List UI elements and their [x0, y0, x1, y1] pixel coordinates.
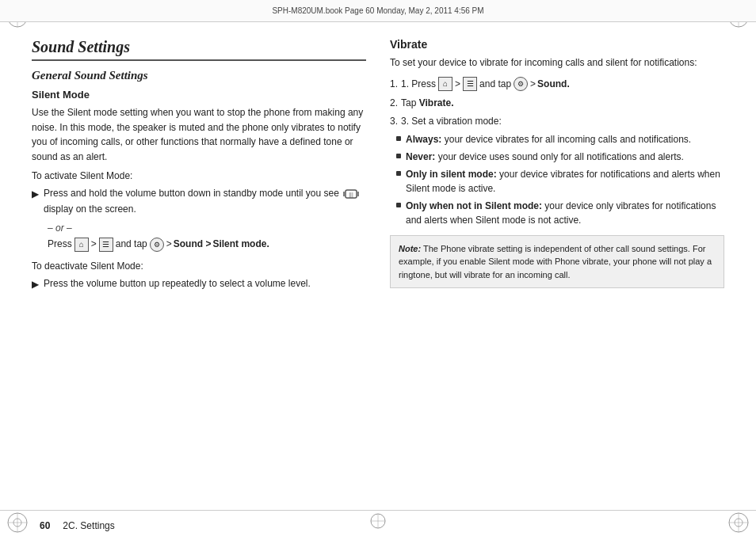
bullet-1-suffix: display on the screen.: [44, 203, 136, 215]
sub-not-silent-text: Only when not in Silent mode: your devic…: [406, 199, 724, 227]
header-text: SPH-M820UM.book Page 60 Monday, May 2, 2…: [272, 6, 483, 15]
deactivate-label: To deactivate Silent Mode:: [32, 260, 366, 272]
footer-section: 2C. Settings: [63, 520, 114, 531]
step1-menu-icon: ☰: [463, 77, 477, 91]
step-2-content: Tap Vibrate.: [401, 96, 454, 110]
bullet-2-text: Press the volume button up repeatedly to…: [44, 276, 366, 291]
always-desc: your device vibrates for all incoming ca…: [445, 134, 691, 145]
svg-text:|||: |||: [349, 192, 354, 198]
subsection-title: Silent Mode: [32, 89, 366, 101]
sub-bullet-silent-mode: Only in silent mode: your device vibrate…: [390, 167, 724, 196]
step1-settings-icon: ⚙: [514, 77, 528, 91]
step-2-label: 2.: [390, 96, 398, 110]
vibrate-title: Vibrate: [390, 38, 724, 51]
silent-mode-description: Use the Silent mode setting when you wan…: [32, 105, 366, 164]
sub-bullet-always: Always: your device vibrates for all inc…: [390, 132, 724, 146]
vibrate-icon: |||: [343, 186, 359, 202]
press-line: Press ⌂ > ☰ and tap ⚙ > Sound > Silent m…: [48, 237, 366, 252]
note-label: Note:: [399, 244, 421, 253]
step1-sound: Sound.: [537, 77, 570, 92]
step1-andtap: and tap: [479, 77, 511, 92]
section-title: General Sound Settings: [32, 69, 366, 82]
settings-icon: ⚙: [150, 238, 164, 252]
bullet-arrow-2: ▶: [32, 277, 39, 291]
step-2: 2. Tap Vibrate.: [390, 96, 724, 110]
not-silent-term: Only when not in Silent mode:: [406, 200, 542, 211]
sub-bullet-not-silent: Only when not in Silent mode: your devic…: [390, 199, 724, 227]
step1-gt1: >: [455, 77, 460, 92]
always-term: Always:: [406, 134, 441, 145]
sub-dot-2: [396, 154, 401, 158]
home-icon: ⌂: [74, 238, 89, 252]
page-header: SPH-M820UM.book Page 60 Monday, May 2, 2…: [0, 0, 756, 22]
press-instruction: Press ⌂ > ☰ and tap ⚙ > Sound > Silent m…: [32, 237, 366, 252]
step-1-content: 1. Press ⌂ > ☰ and tap ⚙ > Sound.: [401, 77, 570, 92]
bullet-1-text: Press and hold the volume button down in…: [44, 186, 366, 216]
step-1-label: 1.: [390, 77, 398, 91]
deactivate-bullet: ▶ Press the volume button up repeatedly …: [32, 276, 366, 291]
content-area: Sound Settings General Sound Settings Si…: [32, 22, 724, 508]
sound-label: Sound >: [174, 237, 212, 252]
right-column: Vibrate To set your device to vibrate fo…: [390, 22, 724, 508]
only-silent-term: Only in silent mode:: [406, 169, 497, 180]
never-desc: your device uses sound only for all noti…: [438, 151, 684, 162]
sub-bullet-never: Never: your device uses sound only for a…: [390, 150, 724, 164]
activate-label: To activate Silent Mode:: [32, 170, 366, 181]
sub-never-text: Never: your device uses sound only for a…: [406, 150, 684, 164]
press-prefix: Press: [48, 237, 72, 252]
bullet-arrow-1: ▶: [32, 187, 39, 201]
step-3: 3. 3. Set a vibration mode:: [390, 114, 724, 128]
note-text: The Phone vibrate setting is independent…: [399, 244, 712, 280]
step1-gt2: >: [530, 77, 536, 92]
sub-dot-3: [396, 171, 401, 176]
footer-page-number: 60: [40, 520, 50, 531]
press-gt-1: >: [91, 237, 97, 252]
press-gt-2: >: [166, 237, 172, 252]
sub-always-text: Always: your device vibrates for all inc…: [406, 132, 691, 146]
sub-silent-text: Only in silent mode: your device vibrate…: [406, 167, 724, 196]
never-term: Never:: [406, 151, 435, 162]
activate-bullet-1: ▶ Press and hold the volume button down …: [32, 186, 366, 216]
step1-home-icon: ⌂: [438, 77, 452, 91]
press-and-tap: and tap: [116, 237, 147, 252]
bullet-1-prefix: Press and hold the volume button down in…: [44, 188, 339, 200]
vibrate-intro: To set your device to vibrate for incomi…: [390, 55, 724, 70]
note-box: Note: The Phone vibrate setting is indep…: [390, 235, 724, 289]
step-3-content: 3. Set a vibration mode:: [401, 114, 502, 128]
step1-press: 1. Press: [401, 77, 436, 92]
center-bottom-mark: [369, 512, 387, 532]
sub-dot-1: [396, 136, 401, 141]
silent-mode-label: Silent mode.: [212, 237, 269, 252]
step-1: 1. 1. Press ⌂ > ☰ and tap ⚙ > Sound.: [390, 77, 724, 92]
menu-icon: ☰: [99, 238, 113, 252]
or-separator: – or –: [48, 222, 366, 234]
left-column: Sound Settings General Sound Settings Si…: [32, 22, 366, 508]
sub-dot-4: [396, 203, 401, 207]
step-3-label: 3.: [390, 114, 398, 128]
page-title: Sound Settings: [32, 38, 366, 61]
